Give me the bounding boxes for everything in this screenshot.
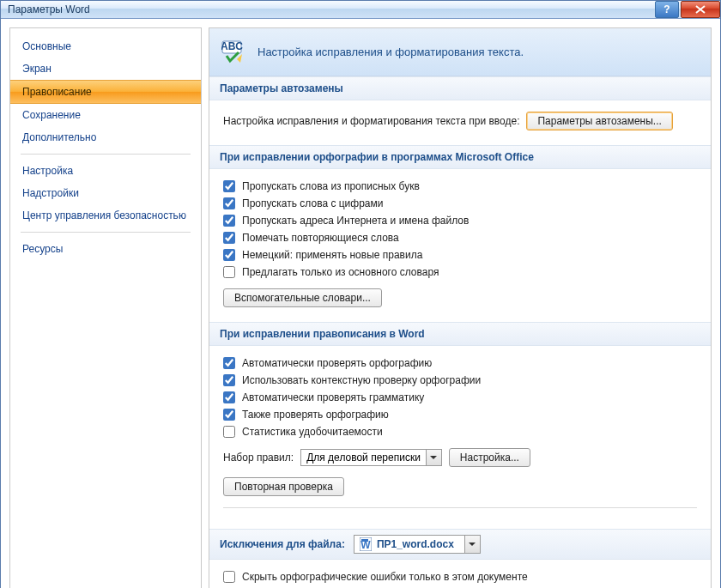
sidebar-divider (21, 232, 191, 233)
ck-also-spell-label: Также проверять орфографию (242, 409, 389, 421)
ck-ignore-uppercase[interactable] (223, 180, 235, 192)
sidebar-item-resources[interactable]: Ресурсы (10, 238, 201, 260)
group-autocorrect-header: Параметры автозамены (209, 76, 711, 100)
ruleset-settings-button[interactable]: Настройка... (449, 448, 530, 467)
titlebar: Параметры Word ? (1, 1, 720, 19)
ruleset-combo[interactable]: Для деловой переписки (300, 449, 442, 466)
group-exceptions-header: Исключения для файла: W ПР1_word.docx (209, 529, 711, 560)
banner-text: Настройка исправления и форматирования т… (258, 45, 524, 58)
help-button[interactable]: ? (655, 1, 679, 18)
ck-auto-grammar-label: Автоматически проверять грамматику (242, 391, 424, 403)
ck-hide-spell-errors[interactable] (223, 571, 235, 583)
autocorrect-options-button[interactable]: Параметры автозамены... (526, 112, 672, 130)
recheck-button[interactable]: Повторная проверка (223, 477, 344, 496)
svg-text:W: W (360, 539, 371, 551)
ck-context-spell[interactable] (223, 374, 235, 386)
sidebar-item-general[interactable]: Основные (10, 35, 201, 58)
ck-auto-spell-label: Автоматически проверять орфографию (242, 357, 432, 369)
ck-auto-spell[interactable] (223, 357, 235, 369)
ck-also-spell[interactable] (223, 409, 235, 421)
sidebar-item-customize[interactable]: Настройка (10, 160, 201, 182)
ck-auto-grammar[interactable] (223, 391, 235, 403)
sidebar-item-advanced[interactable]: Дополнительно (10, 126, 201, 149)
close-button[interactable] (681, 1, 720, 18)
sidebar-item-display[interactable]: Экран (10, 58, 201, 80)
ruleset-value: Для деловой переписки (306, 452, 421, 464)
chevron-down-icon[interactable] (465, 535, 481, 554)
group-office-body: Пропускать слова из прописных букв Пропу… (209, 169, 711, 322)
group-office-header: При исправлении орфографии в программах … (209, 145, 711, 169)
exceptions-title: Исключения для файла: (220, 538, 345, 550)
ck-context-spell-label: Использовать контекстную проверку орфогр… (242, 374, 481, 386)
group-word-body: Автоматически проверять орфографию Испол… (209, 346, 711, 529)
word-file-icon: W (360, 537, 372, 551)
ck-readability[interactable] (223, 426, 235, 438)
ck-main-dict-only[interactable] (223, 266, 235, 278)
exceptions-file-value: ПР1_word.docx (377, 538, 454, 550)
ck-german-rules[interactable] (223, 249, 235, 261)
ck-ignore-urls-label: Пропускать адреса Интернета и имена файл… (242, 215, 469, 227)
ck-ignore-uppercase-label: Пропускать слова из прописных букв (242, 180, 420, 192)
sidebar-item-addins[interactable]: Надстройки (10, 182, 201, 204)
ck-main-dict-only-label: Предлагать только из основного словаря (242, 266, 439, 278)
ck-german-rules-label: Немецкий: применять новые правила (242, 249, 422, 261)
ruleset-label: Набор правил: (223, 452, 294, 464)
ck-readability-label: Статистика удобочитаемости (242, 426, 383, 438)
sidebar: Основные Экран Правописание Сохранение Д… (9, 27, 202, 588)
chevron-down-icon[interactable] (427, 449, 442, 466)
group-autocorrect-body: Настройка исправления и форматирования т… (209, 100, 711, 145)
divider (223, 507, 697, 508)
dialog-window: Параметры Word ? Основные Экран Правопис… (0, 0, 721, 588)
custom-dictionaries-button[interactable]: Вспомогательные словари... (223, 288, 382, 307)
content-panel: ABC Настройка исправления и форматирован… (209, 27, 712, 588)
window-title: Параметры Word (8, 3, 653, 15)
sidebar-divider (21, 154, 191, 155)
exceptions-file-combo[interactable]: W ПР1_word.docx (354, 535, 481, 554)
autocorrect-desc: Настройка исправления и форматирования т… (223, 115, 519, 127)
ck-hide-spell-errors-label: Скрыть орфографические ошибки только в э… (242, 571, 528, 583)
ck-ignore-numbers[interactable] (223, 197, 235, 209)
content-scroll[interactable]: Параметры автозамены Настройка исправлен… (209, 76, 711, 588)
dialog-body: Основные Экран Правописание Сохранение Д… (1, 19, 720, 588)
sidebar-item-proofing[interactable]: Правописание (10, 80, 201, 104)
sidebar-item-trust-center[interactable]: Центр управления безопасностью (10, 204, 201, 227)
close-icon (695, 5, 706, 14)
abc-check-icon: ABC (221, 40, 245, 64)
ck-ignore-numbers-label: Пропускать слова с цифрами (242, 197, 383, 209)
sidebar-item-save[interactable]: Сохранение (10, 104, 201, 126)
banner: ABC Настройка исправления и форматирован… (209, 28, 711, 76)
svg-text:ABC: ABC (221, 40, 243, 52)
ck-flag-repeated-label: Помечать повторяющиеся слова (242, 232, 399, 244)
group-word-header: При исправлении правописания в Word (209, 322, 711, 346)
ck-flag-repeated[interactable] (223, 232, 235, 244)
ck-ignore-urls[interactable] (223, 215, 235, 227)
group-exceptions-body: Скрыть орфографические ошибки только в э… (209, 560, 711, 588)
